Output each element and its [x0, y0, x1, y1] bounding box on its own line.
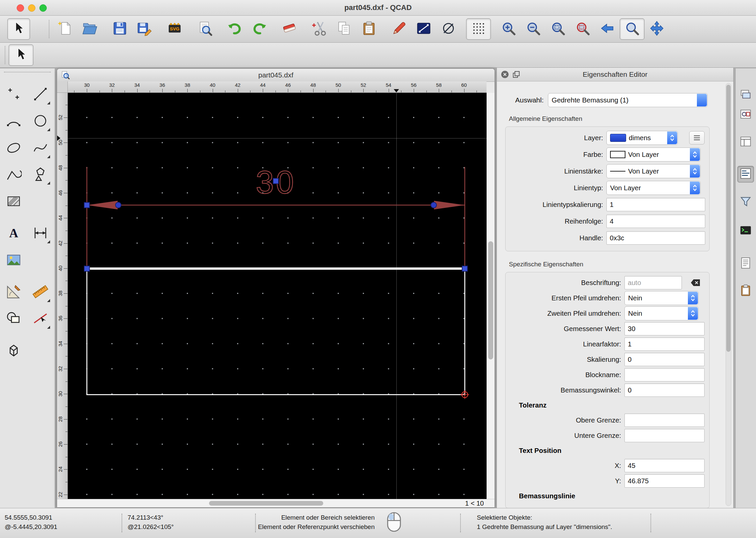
ellipse-props-button[interactable] [436, 18, 461, 40]
tool-protractor-button[interactable] [3, 281, 25, 303]
property-field-y[interactable]: 46.875 [624, 474, 705, 488]
tool-shapes-button[interactable] [29, 164, 51, 186]
document-titlebar[interactable]: part045.dxf [57, 69, 495, 82]
property-field-reihenfolge[interactable]: 4 [606, 215, 705, 228]
save-as-button[interactable] [132, 18, 157, 40]
close-panel-icon[interactable] [501, 70, 509, 78]
property-editor-panel: Eigenschaften Editor Auswahl: Gedrehte B… [497, 67, 734, 508]
pan-button[interactable] [644, 18, 669, 40]
tool-text-button[interactable]: A [3, 223, 25, 245]
magnifier-button[interactable] [620, 18, 644, 40]
zoom-out-button[interactable] [521, 18, 546, 40]
ruler-label: 40 [58, 264, 63, 273]
property-field-skalierung[interactable]: 0 [624, 353, 705, 366]
panel-filter-button[interactable] [737, 194, 754, 211]
copy-button[interactable] [332, 18, 357, 40]
tool-divide-button[interactable] [29, 308, 51, 330]
ruler-tick [64, 193, 67, 193]
vertical-scrollbar[interactable] [487, 93, 495, 499]
tool-arc-button[interactable] [3, 110, 25, 132]
panel-layers-button[interactable] [737, 87, 754, 104]
eraser-button[interactable] [277, 18, 302, 40]
tool-cube-button[interactable] [3, 340, 25, 362]
property-field-linearfaktor[interactable]: 1 [624, 337, 705, 351]
property-field-untere-grenze[interactable] [624, 429, 705, 442]
property-combo-farbe[interactable]: Von Layer [606, 148, 701, 162]
tool-ruler-button[interactable] [29, 281, 51, 303]
zoom-auto-button[interactable] [546, 18, 570, 40]
property-field-obere-grenze[interactable] [624, 414, 705, 427]
layer-menu-button[interactable] [689, 131, 705, 145]
tool-polyline-button[interactable] [3, 164, 25, 186]
property-field-linientypskalierung[interactable]: 1 [606, 198, 705, 211]
tool-dimension-button[interactable] [29, 223, 51, 245]
tool-circle-button[interactable] [29, 110, 51, 132]
new-button[interactable] [53, 18, 77, 40]
svg-export-button[interactable]: SVG [162, 18, 187, 40]
undo-button[interactable] [222, 18, 247, 40]
toolbar-drag-handle[interactable] [5, 46, 5, 64]
ruler-label: 32 [58, 364, 63, 373]
drawing-entities[interactable]: 30 [68, 93, 487, 499]
property-combo-linienst-rke[interactable]: Von Layer [606, 164, 701, 178]
tool-points-button[interactable] [3, 84, 25, 106]
toolbar-drag-handle[interactable] [49, 20, 49, 38]
zoom-in-button[interactable] [496, 18, 521, 40]
tool-hatch-button[interactable] [3, 191, 25, 213]
save-button[interactable] [108, 18, 132, 40]
cut-button[interactable] [307, 18, 332, 40]
property-field-handle[interactable]: 0x3c [606, 231, 705, 245]
palette-drag-handle[interactable] [4, 72, 51, 72]
property-combo-layer[interactable]: dimens [606, 131, 678, 145]
property-field-blockname[interactable] [624, 368, 705, 381]
paste-button[interactable] [357, 18, 381, 40]
tool-modify-button[interactable] [3, 308, 25, 330]
ruler-tick [64, 268, 67, 269]
panel-scrollbar[interactable] [726, 83, 731, 506]
print-preview-button[interactable] [192, 18, 217, 40]
grid-icon [471, 21, 486, 37]
zoom-selection-button[interactable] [570, 18, 595, 40]
combo-value: Von Layer [628, 167, 659, 175]
clear-label-button[interactable] [689, 276, 703, 289]
property-field-beschriftung[interactable]: auto [624, 276, 682, 289]
vertical-scrollbar-thumb[interactable] [488, 241, 493, 359]
property-field-gemessener-wert[interactable]: 30 [624, 322, 705, 335]
redo-button[interactable] [247, 18, 272, 40]
ruler-tick [112, 89, 112, 92]
open-button[interactable] [77, 18, 102, 40]
selection-button[interactable] [7, 18, 30, 40]
combo-value: Nein [628, 309, 642, 317]
panel-blocks-button[interactable] [737, 106, 754, 123]
view-previous-button[interactable] [595, 18, 620, 40]
horizontal-scrollbar-thumb[interactable] [209, 501, 323, 506]
grid-toggle-button[interactable] [466, 18, 491, 40]
panel-clipboard-button[interactable] [737, 283, 754, 299]
ruler-tick [125, 90, 125, 92]
horizontal-scrollbar[interactable]: 1 < 10 [57, 499, 495, 507]
pen-button[interactable] [387, 18, 411, 40]
tool-spline-button[interactable] [29, 138, 51, 160]
panel-command-button[interactable] [737, 223, 754, 239]
panel-library-button[interactable] [737, 134, 754, 151]
property-field-x[interactable]: 45 [624, 459, 705, 472]
selection-tool-button[interactable] [9, 44, 33, 66]
drawing-canvas[interactable]: 30 [68, 93, 487, 499]
stepper-icon [690, 165, 700, 178]
selection-combobox[interactable]: Gedrehte Bemassung (1) [548, 93, 708, 107]
tool-line-button[interactable] [29, 84, 51, 106]
tool-ellipse-button[interactable] [3, 138, 25, 160]
panel-scripts-button[interactable] [737, 255, 754, 272]
panel-layers-icon [739, 88, 752, 102]
cursor-icon [11, 21, 26, 37]
property-combo-zweiten-pfeil-umdrehen[interactable]: Nein [624, 306, 699, 320]
detach-panel-icon[interactable] [512, 70, 520, 78]
property-combo-linientyp[interactable]: Von Layer [606, 181, 701, 195]
tool-image-button[interactable] [3, 250, 25, 272]
panel-properties-button[interactable] [737, 166, 754, 183]
field-value: 0 [628, 355, 631, 363]
panel-scrollbar-thumb[interactable] [726, 85, 731, 352]
property-field-bemassungswinkel[interactable]: 0 [624, 383, 705, 397]
property-combo-ersten-pfeil-umdrehen[interactable]: Nein [624, 291, 699, 305]
line-props-button[interactable] [411, 18, 436, 40]
